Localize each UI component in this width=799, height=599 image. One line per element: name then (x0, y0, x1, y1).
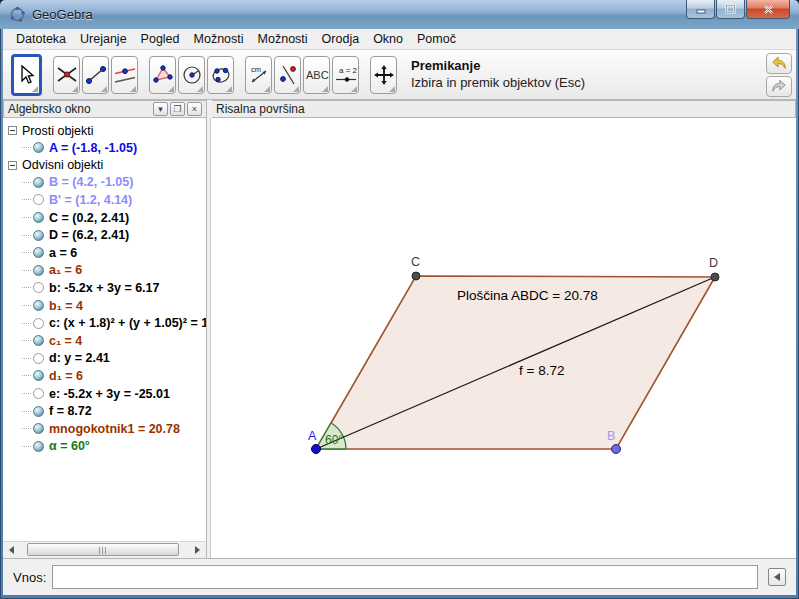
point-label-D: D (709, 256, 718, 270)
tool-parallel-line-button[interactable] (111, 56, 138, 94)
active-mode-subtitle: Izbira in premik objektov (Esc) (411, 75, 585, 91)
tree-connector (22, 323, 31, 324)
tool-intersect-point-button[interactable] (53, 56, 80, 94)
collapse-icon[interactable] (8, 161, 17, 170)
algebra-item[interactable]: d₁ = 6 (8, 367, 206, 385)
scrollbar-track[interactable] (20, 542, 189, 558)
algebra-item[interactable]: B = (4.2, -1.05) (8, 174, 206, 192)
object-definition: b: -5.2x + 3y = 6.17 (49, 281, 160, 295)
tree-connector (22, 393, 31, 394)
object-definition: a = 6 (49, 246, 77, 260)
maximize-icon (725, 4, 736, 14)
algebra-item[interactable]: d: y = 2.41 (8, 350, 206, 368)
drawing-pad[interactable]: ABCDPloščina ABDC = 20.78f = 8.7260° (211, 118, 796, 558)
menu-item-orodja[interactable]: Orodja (315, 30, 367, 48)
algebra-menu-button[interactable]: ▾ (153, 102, 168, 116)
menu-item-urejanje[interactable]: Urejanje (73, 30, 134, 48)
object-visibility-icon[interactable] (33, 318, 44, 329)
object-visibility-icon[interactable] (33, 441, 44, 452)
maximize-button[interactable] (716, 0, 745, 19)
title-bar[interactable]: GeoGebra (0, 0, 799, 29)
scrollbar-thumb[interactable] (27, 543, 179, 556)
tool-move-cursor-button[interactable] (11, 54, 42, 96)
object-definition: b₁ = 4 (49, 299, 83, 313)
algebra-item[interactable]: B' = (1.2, 4.14) (8, 191, 206, 209)
object-visibility-icon[interactable] (33, 353, 44, 364)
object-definition: d: y = 2.41 (49, 351, 110, 365)
algebra-item[interactable]: b: -5.2x + 3y = 6.17 (8, 279, 206, 297)
object-visibility-icon[interactable] (33, 300, 44, 311)
menu-bar: DatotekaUrejanjePogledMožnostiMožnostiOr… (3, 29, 796, 50)
algebra-item[interactable]: α = 60° (8, 438, 206, 456)
collapse-icon[interactable] (8, 126, 17, 135)
object-visibility-icon[interactable] (33, 282, 44, 293)
tool-polygon-button[interactable] (149, 56, 176, 94)
algebra-item[interactable]: mnogokotnik1 = 20.78 (8, 420, 206, 438)
tool-mirror-button[interactable] (274, 56, 301, 94)
menu-item-datoteka[interactable]: Datoteka (9, 30, 73, 48)
point-C[interactable] (412, 272, 420, 280)
object-visibility-icon[interactable] (33, 230, 44, 241)
algebra-item[interactable]: c₁ = 4 (8, 332, 206, 350)
algebra-item[interactable]: f = 8.72 (8, 402, 206, 420)
tree-connector (22, 217, 31, 218)
algebra-item[interactable]: C = (0.2, 2.41) (8, 209, 206, 227)
algebra-item[interactable]: e: -5.2x + 3y = -25.01 (8, 385, 206, 403)
object-visibility-icon[interactable] (33, 335, 44, 346)
object-visibility-icon[interactable] (33, 212, 44, 223)
tool-slider-button[interactable]: a = 2 (332, 56, 359, 94)
object-visibility-icon[interactable] (33, 406, 44, 417)
diagonal-label: f = 8.72 (519, 363, 564, 378)
algebra-item[interactable]: a = 6 (8, 244, 206, 262)
point-D[interactable] (711, 273, 719, 281)
object-visibility-icon[interactable] (33, 142, 44, 153)
tool-distance-cm-button[interactable]: cm (245, 56, 272, 94)
object-visibility-icon[interactable] (33, 247, 44, 258)
algebra-item[interactable]: D = (6.2, 2.41) (8, 226, 206, 244)
algebra-item[interactable]: A = (-1.8, -1.05) (8, 139, 206, 157)
distance-cm-icon: cm (248, 64, 270, 86)
algebra-item[interactable]: c: (x + 1.8)² + (y + 1.05)² = 16 (8, 314, 206, 332)
tool-ellipse-button[interactable] (207, 56, 234, 94)
object-visibility-icon[interactable] (33, 370, 44, 381)
scroll-right-button[interactable] (189, 542, 206, 558)
point-B[interactable] (612, 445, 621, 454)
algebra-tree: Prosti objektiA = (-1.8, -1.05)Odvisni o… (3, 118, 206, 541)
object-visibility-icon[interactable] (33, 177, 44, 188)
scroll-left-button[interactable] (3, 542, 20, 558)
object-visibility-icon[interactable] (33, 388, 44, 399)
undo-button[interactable] (766, 53, 792, 74)
minimize-button[interactable] (686, 0, 715, 19)
algebra-restore-button[interactable]: ❐ (170, 102, 185, 116)
point-A[interactable] (312, 445, 321, 454)
close-button[interactable] (746, 0, 790, 19)
menu-item-okno[interactable]: Okno (366, 30, 410, 48)
algebra-item[interactable]: b₁ = 4 (8, 297, 206, 315)
intersect-point-icon (56, 64, 78, 86)
menu-item-moz-nosti[interactable]: Možnosti (251, 30, 315, 48)
algebra-item[interactable]: a₁ = 6 (8, 262, 206, 280)
input-help-toggle-button[interactable] (768, 568, 786, 586)
algebra-horizontal-scrollbar[interactable] (3, 541, 206, 558)
object-definition: mnogokotnik1 = 20.78 (49, 422, 180, 436)
algebra-close-button[interactable]: × (187, 102, 202, 116)
menu-item-moz-nosti[interactable]: Možnosti (187, 30, 251, 48)
angle-label: 60° (325, 433, 343, 447)
tool-move-view-button[interactable] (370, 56, 397, 94)
parallel-line-icon (114, 64, 136, 86)
tool-segment-button[interactable] (82, 56, 109, 94)
input-label: Vnos: (13, 570, 46, 585)
geogebra-window: GeoGebra DatotekaUrejanjePogledMožnostiM… (0, 0, 799, 599)
menu-item-pomoc[interactable]: Pomoč (410, 30, 463, 48)
menu-item-pogled[interactable]: Pogled (134, 30, 187, 48)
tool-circle-center-point-button[interactable] (178, 56, 205, 94)
object-visibility-icon[interactable] (33, 194, 44, 205)
move-view-icon (373, 64, 395, 86)
tree-connector (22, 340, 31, 341)
command-input[interactable] (52, 565, 758, 589)
tool-text-abc-button[interactable]: ABC (303, 56, 330, 94)
object-visibility-icon[interactable] (33, 423, 44, 434)
object-visibility-icon[interactable] (33, 265, 44, 276)
redo-button[interactable] (766, 76, 792, 97)
area-label: Ploščina ABDC = 20.78 (457, 288, 598, 303)
